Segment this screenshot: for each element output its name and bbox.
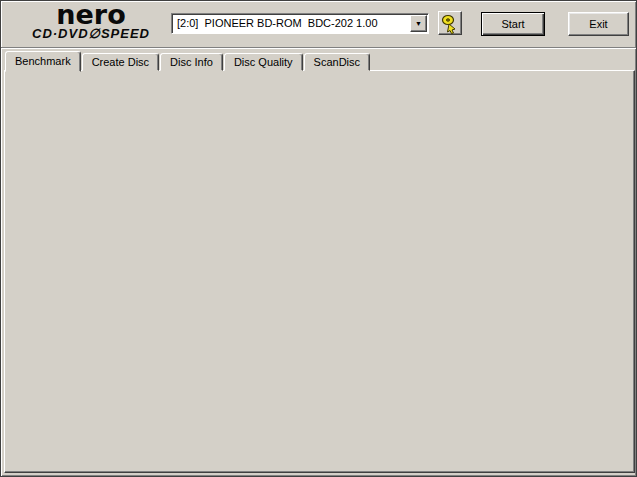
benchmark-tab-panel	[4, 70, 635, 473]
cd-dvd-speed-logo-text: CD·DVD∅SPEED	[11, 27, 171, 41]
nero-cd-dvd-speed-window: nero CD·DVD∅SPEED [2:0] PIONEER BD-ROM B…	[0, 0, 637, 477]
drive-selector-dropdown[interactable]: [2:0] PIONEER BD-ROM BDC-202 1.00 ▼	[171, 13, 429, 34]
eject-disc-icon	[439, 12, 461, 34]
nero-logo: nero CD·DVD∅SPEED	[11, 3, 171, 41]
tab-benchmark[interactable]: Benchmark	[5, 51, 81, 72]
chevron-down-icon[interactable]: ▼	[410, 15, 427, 32]
tab-disc-info[interactable]: Disc Info	[160, 53, 223, 71]
header-divider	[1, 47, 637, 49]
drive-selector-value: [2:0] PIONEER BD-ROM BDC-202 1.00	[177, 17, 378, 29]
tab-strip: BenchmarkCreate DiscDisc InfoDisc Qualit…	[5, 51, 371, 71]
eject-disc-button[interactable]	[438, 11, 462, 35]
start-button[interactable]: Start	[481, 12, 545, 36]
exit-button[interactable]: Exit	[568, 12, 629, 36]
nero-logo-text: nero	[11, 3, 171, 27]
tab-disc-quality[interactable]: Disc Quality	[224, 53, 303, 71]
tab-create-disc[interactable]: Create Disc	[82, 53, 159, 71]
tab-scandisc[interactable]: ScanDisc	[304, 53, 370, 71]
